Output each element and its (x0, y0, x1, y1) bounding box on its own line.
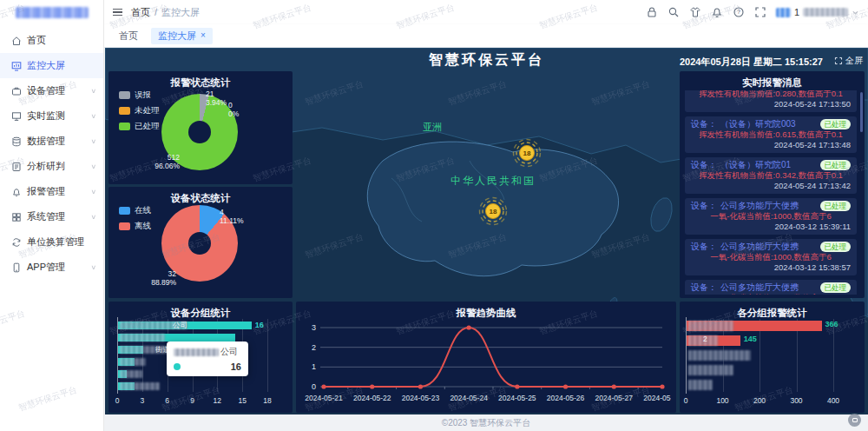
fullscreen-button[interactable]: 全屏 (834, 55, 863, 67)
sidebar-item-2[interactable]: 监控大屏 (0, 53, 103, 78)
theme-icon[interactable] (689, 6, 701, 18)
bar-row (686, 350, 833, 361)
alarm-message[interactable]: 设备：（设备）研究院01已处理挥发性有机物当前值:0.342,数值高于0.120… (685, 157, 857, 194)
sidebar-item-9[interactable]: 单位换算管理 (0, 229, 103, 255)
fullscreen-icon[interactable] (754, 6, 766, 18)
feedback-float-button[interactable] (848, 414, 861, 427)
device-prefix: 设备： (691, 118, 717, 129)
axis-tick-label: 0 (684, 396, 688, 405)
axis-tick-label: 200 (753, 396, 766, 405)
bar-label-redacted (688, 321, 733, 331)
panel-device-groups: 设备分组统计 0369121518公司16街道 公司 16 (108, 302, 293, 413)
bar-label-suffix: 公司 (173, 321, 187, 331)
sidebar-item-label: 监控大屏 (27, 59, 65, 72)
chevron-down-icon: ∨ (90, 163, 96, 170)
sidebar-item-label: APP管理 (27, 261, 65, 274)
legend-swatch (119, 222, 130, 230)
convert-icon (11, 237, 22, 248)
alarm-message[interactable]: 设备：公司多功能厅大便携已处理一氧-化碳当前值:1000,数值高于62024-0… (685, 198, 857, 235)
sidebar-item-3[interactable]: 设备管理∨ (0, 78, 103, 103)
device-prefix: 设备： (691, 159, 717, 170)
series-dot (174, 363, 181, 370)
content-area: 亚洲 中华人民共和国 18 18 智慧环保云平台 (104, 48, 868, 431)
sidebar-item-10[interactable]: APP管理∨ (0, 255, 103, 280)
axis-tick-label: 18 (263, 396, 271, 405)
axis-tick-label: 300 (790, 396, 802, 405)
alarm-icon (11, 187, 22, 197)
sidebar-item-5[interactable]: 数据管理∨ (0, 129, 103, 154)
panel-alarm-trend: 报警趋势曲线 01232024-05-212024-05-222024-05-2… (296, 302, 676, 413)
bar-label-redacted (688, 350, 751, 361)
panel-device-status: 设备状态统计 在线离线 411.11% 3288.89% (108, 187, 293, 298)
tabs-bar: 首页监控大屏× (104, 24, 868, 48)
top-navbar: 首页 / 监控大屏 ? (104, 0, 868, 24)
svg-text:2024-05-24: 2024-05-24 (450, 394, 488, 402)
sidebar-item-8[interactable]: 系统管理∨ (0, 204, 103, 229)
alarm-message[interactable]: 设备：公司多功能厅大便携已处理一氧-化碳当前值:1000,数值高于62024-0… (685, 280, 857, 295)
panel-title: 各分组报警统计 (680, 302, 865, 320)
svg-text:?: ? (737, 9, 740, 15)
navbar-actions: ? 1 (646, 6, 859, 18)
axis-tick-label: 15 (238, 396, 246, 405)
sidebar-item-1[interactable]: 首页 (0, 28, 103, 53)
bell-icon[interactable] (711, 6, 723, 18)
donut-label: 3288.89% (141, 269, 176, 287)
search-icon[interactable] (667, 6, 680, 18)
donut-label: 213.94% (206, 90, 227, 107)
legend-label: 已处理 (135, 121, 160, 132)
breadcrumb-home[interactable]: 首页 (131, 6, 150, 19)
panel-alarm-status: 报警状态统计 误报未处理已处理 213.94% 00% 51296.06% (108, 71, 293, 184)
screen-icon (11, 61, 22, 71)
message-text: 挥发性有机物当前值:0.280,数值高于0.1 (691, 90, 851, 99)
svg-text:1: 1 (312, 362, 316, 371)
svg-text:2: 2 (312, 343, 316, 352)
group-alarms-chart: 01002003004003662145 (686, 319, 833, 392)
message-text: 挥发性有机物当前值:0.615,数值高于0.1 (691, 129, 851, 140)
device-prefix: 设备： (691, 200, 717, 211)
chart-tooltip: 公司 16 (167, 341, 248, 376)
alarm-message[interactable]: 设备：（设备）研究院003已处理挥发性有机物当前值:0.615,数值高于0.12… (685, 116, 857, 153)
close-icon[interactable]: × (201, 31, 206, 40)
message-header: 设备：（设备）研究院003已处理 (691, 118, 851, 129)
chevron-down-icon: ∨ (90, 88, 96, 95)
message-time: 2024-03-12 15:38:57 (691, 262, 851, 273)
user-name-redacted (803, 8, 848, 17)
message-time: 2024-05-24 17:13:48 (691, 140, 851, 150)
status-badge: 已处理 (820, 201, 852, 211)
map-label-china: 中华人民共和国 (450, 175, 536, 187)
bar-row: 366 (686, 321, 833, 331)
scrollbar-thumb[interactable] (860, 92, 863, 132)
system-icon (11, 212, 22, 222)
sidebar-item-label: 实时监测 (27, 109, 65, 123)
bar-label-redacted (688, 365, 733, 375)
legend: 在线离线 (119, 205, 151, 232)
alarm-message[interactable]: 挥发性有机物当前值:0.280,数值高于0.12024-05-24 17:13:… (685, 90, 857, 112)
user-menu[interactable]: 1 (776, 7, 859, 17)
sidebar-item-6[interactable]: 分析研判∨ (0, 154, 103, 179)
help-icon[interactable]: ? (733, 6, 745, 18)
alarm-message[interactable]: 设备：公司多功能厅大便携已处理一氧-化碳当前值:1000,数值高于62024-0… (685, 239, 857, 275)
panel-title: 实时报警消息 (680, 71, 865, 90)
device-prefix: 设备： (691, 282, 717, 293)
gridline (833, 319, 834, 392)
sidebar-item-7[interactable]: 报警管理∨ (0, 179, 103, 204)
device-prefix: 设备： (691, 241, 717, 252)
bar-value: 145 (744, 335, 757, 343)
brand-logo-redacted (16, 7, 89, 18)
svg-text:3: 3 (312, 323, 316, 332)
panel-group-alarms: 各分组报警统计 01002003004003662145 (680, 302, 865, 413)
donut-label: 411.11% (220, 208, 244, 225)
bar-label-redacted (120, 370, 142, 378)
sidebar-item-4[interactable]: 实时监测∨ (0, 103, 103, 129)
chevron-down-icon: ∨ (90, 113, 96, 120)
sidebar-menu: 首页监控大屏设备管理∨实时监测∨数据管理∨分析研判∨报警管理∨系统管理∨单位换算… (0, 24, 103, 280)
tab-1[interactable]: 首页 (112, 28, 145, 44)
lock-icon[interactable] (646, 6, 658, 18)
tab-2[interactable]: 监控大屏× (151, 28, 213, 44)
legend-label: 离线 (135, 221, 151, 232)
legend-swatch (119, 91, 130, 99)
bar-row (117, 382, 267, 390)
sidebar-item-label: 数据管理 (27, 135, 65, 148)
dashboard-datetime: 2024年05月28日 星期二 15:15:27 (680, 56, 823, 69)
hamburger-icon[interactable] (111, 7, 124, 18)
